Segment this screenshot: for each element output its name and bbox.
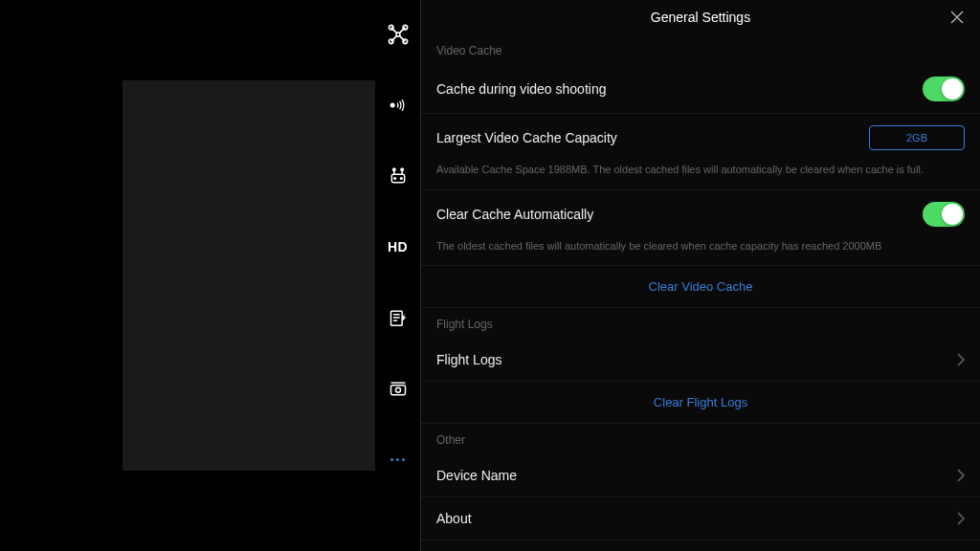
device-name-row[interactable]: Device Name [421,454,980,497]
video-cache-section-label: Video Cache [421,34,980,65]
toggle-knob [942,204,963,225]
svg-rect-11 [390,311,402,325]
panel-title: General Settings [651,10,750,25]
chevron-right-icon [957,353,965,366]
largest-capacity-row: Largest Video Cache Capacity 2GB [421,114,980,162]
cache-during-shooting-label: Cache during video shooting [436,81,606,97]
flight-logs-row[interactable]: Flight Logs [421,339,980,382]
svg-rect-4 [396,33,400,36]
available-space-help-text: Available Cache Space 1988MB. The oldest… [421,162,980,190]
hd-icon[interactable]: HD [387,235,410,258]
camera-icon[interactable] [387,377,410,400]
signal-icon[interactable] [387,94,410,117]
cache-during-shooting-toggle[interactable] [923,77,965,101]
more-icon[interactable] [387,448,410,471]
flight-logs-section-label: Flight Logs [421,308,980,339]
chevron-right-icon [957,512,965,525]
drone-icon[interactable] [387,23,410,46]
clear-auto-help-text: The oldest cached files will automatical… [421,238,980,267]
clear-auto-row: Clear Cache Automatically [421,190,980,238]
svg-point-8 [400,168,403,171]
panel-header: General Settings [421,0,980,34]
svg-rect-12 [390,386,405,395]
close-button[interactable] [949,10,965,25]
svg-point-13 [395,387,400,392]
clear-auto-label: Clear Cache Automatically [436,207,593,222]
flight-logs-label: Flight Logs [436,352,501,367]
clear-video-cache-link[interactable]: Clear Video Cache [421,266,980,308]
video-preview-panel [122,80,375,471]
toggle-knob [942,78,963,99]
about-row[interactable]: About [421,497,980,540]
svg-point-5 [390,103,394,108]
largest-capacity-label: Largest Video Cache Capacity [436,130,617,145]
chevron-right-icon [957,469,965,482]
cache-during-shooting-row: Cache during video shooting [421,65,980,114]
svg-point-10 [400,178,402,180]
battery-icon[interactable] [387,306,410,329]
settings-sidebar: HD [375,0,421,551]
device-name-label: Device Name [436,468,517,483]
clear-flight-logs-link[interactable]: Clear Flight Logs [421,382,980,424]
capacity-button[interactable]: 2GB [869,125,965,150]
svg-point-9 [393,178,395,180]
clear-auto-toggle[interactable] [923,202,965,227]
settings-panel: General Settings Video Cache Cache durin… [421,0,980,551]
remote-controller-icon[interactable] [387,165,410,187]
about-label: About [436,511,472,526]
svg-point-7 [392,168,395,171]
other-section-label: Other [421,424,980,454]
